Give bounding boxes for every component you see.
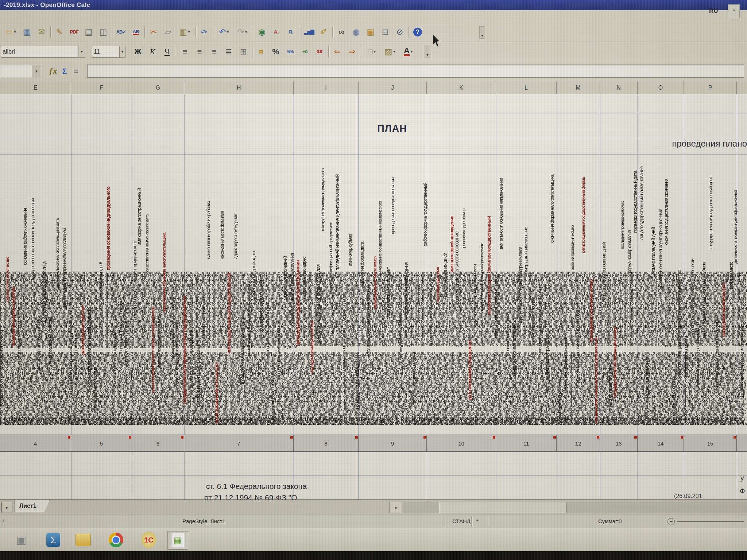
- new-document-icon[interactable]: ▭: [2, 25, 19, 39]
- column-header-H[interactable]: H: [184, 81, 294, 94]
- percent-icon[interactable]: %: [269, 44, 283, 59]
- standard-toolbar-more-icon[interactable]: ▾: [479, 26, 485, 39]
- currency-icon[interactable]: ¤: [254, 44, 268, 59]
- menu-tools[interactable]: [44, 15, 55, 17]
- add-decimal-icon[interactable]: +0: [298, 44, 312, 59]
- column-header-L[interactable]: L: [496, 81, 557, 94]
- horizontal-scrollbar[interactable]: [403, 502, 747, 513]
- underline-icon[interactable]: Ч: [160, 44, 174, 59]
- sort-ascending-icon[interactable]: А↓: [270, 25, 283, 39]
- undo-icon[interactable]: ↶: [215, 25, 233, 39]
- font-size-combo[interactable]: ▾: [92, 46, 125, 58]
- 1c-icon[interactable]: 1С: [139, 531, 159, 549]
- page-style-label[interactable]: PageStyle_Лист1: [182, 518, 225, 524]
- column-header-O[interactable]: O: [638, 81, 684, 94]
- standard-format-icon[interactable]: 5%: [283, 44, 297, 59]
- column-header-E[interactable]: E: [0, 81, 71, 94]
- vertical-header-text: проведения имя проведения: [277, 188, 281, 374]
- openoffice-calc-icon[interactable]: ▦: [167, 531, 188, 550]
- menu-edit[interactable]: [0, 15, 11, 17]
- format-paintbrush-icon[interactable]: ✑: [197, 25, 211, 39]
- edit-file-icon[interactable]: ✎: [53, 25, 66, 39]
- language-indicator[interactable]: RU: [709, 7, 718, 15]
- bold-icon[interactable]: Ж: [131, 44, 145, 59]
- menu-format[interactable]: [33, 15, 44, 17]
- zoom-icon[interactable]: ⊘: [393, 25, 407, 39]
- find-replace-icon[interactable]: ∞: [334, 25, 348, 39]
- page-preview-icon[interactable]: ◫: [96, 25, 110, 39]
- formatting-toolbar-more-icon[interactable]: ▾: [425, 46, 430, 58]
- column-header-P[interactable]: P: [684, 81, 737, 94]
- font-name-input[interactable]: [1, 48, 78, 55]
- font-size-dropdown-icon[interactable]: ▾: [119, 46, 125, 57]
- column-header-K[interactable]: K: [427, 81, 496, 94]
- file-explorer-icon[interactable]: [73, 531, 93, 549]
- align-left-icon[interactable]: ≡: [178, 44, 192, 59]
- column-header-M[interactable]: M: [557, 81, 600, 94]
- decrease-indent-icon[interactable]: ⇐: [330, 44, 344, 59]
- email-icon[interactable]: ✉: [35, 25, 49, 39]
- insert-mode-label[interactable]: СТАНД: [452, 518, 471, 524]
- hyperlink-icon[interactable]: ◉: [255, 25, 269, 39]
- column-header-I[interactable]: I: [294, 81, 359, 94]
- sheet-tab-list1[interactable]: Лист1: [15, 500, 50, 512]
- vertical-header-text: юридического индивидуального проведения: [246, 174, 251, 356]
- chrome-icon[interactable]: [106, 531, 126, 549]
- autospellcheck-icon[interactable]: АВ: [129, 25, 143, 39]
- cut-icon[interactable]: ✂: [147, 25, 160, 39]
- help-icon[interactable]: ?: [411, 25, 425, 39]
- italic-icon[interactable]: К: [146, 44, 159, 59]
- draw-functions-icon[interactable]: ✐: [317, 25, 330, 39]
- font-size-input[interactable]: [92, 48, 119, 55]
- menu-insert[interactable]: [22, 15, 33, 17]
- menu-view[interactable]: [11, 15, 22, 17]
- menu-window[interactable]: [66, 15, 77, 17]
- sheet-area[interactable]: ПЛАН проведения плано государственный на…: [0, 94, 747, 499]
- delete-decimal-icon[interactable]: 0✘: [313, 44, 326, 59]
- spellcheck-icon[interactable]: АВ✓: [114, 25, 128, 39]
- sum-status-label[interactable]: Сумма=0: [598, 518, 622, 524]
- column-header-F[interactable]: F: [71, 81, 132, 94]
- paste-icon[interactable]: ▥: [176, 25, 193, 39]
- tray-expand-icon[interactable]: ^: [728, 4, 740, 18]
- font-name-dropdown-icon[interactable]: ▾: [78, 46, 85, 57]
- sheet-nav-button[interactable]: ▸: [1, 502, 12, 513]
- save-icon[interactable]: ▦: [20, 25, 34, 39]
- navigator-icon[interactable]: ◍: [349, 25, 363, 39]
- align-right-icon[interactable]: ≡: [207, 44, 221, 59]
- align-justify-icon[interactable]: ≣: [222, 44, 236, 59]
- formula-input-line[interactable]: [87, 65, 744, 78]
- menu-help[interactable]: [77, 15, 88, 17]
- function-wizard-icon[interactable]: ƒx: [47, 65, 59, 77]
- system-utility-icon[interactable]: ▣: [11, 531, 31, 549]
- increase-indent-icon[interactable]: ⇒: [345, 44, 359, 59]
- zoom-out-icon[interactable]: −: [667, 518, 675, 525]
- export-pdf-icon[interactable]: PDF: [67, 25, 81, 39]
- formula-icon[interactable]: =: [70, 65, 82, 77]
- copy-icon[interactable]: ▱: [161, 25, 175, 39]
- merge-cells-icon[interactable]: ⊞: [236, 44, 250, 59]
- horizontal-scrollbar-thumb[interactable]: [439, 502, 567, 513]
- font-color-icon[interactable]: А: [399, 44, 417, 59]
- zoom-slider[interactable]: [677, 521, 744, 522]
- background-color-icon[interactable]: ▨: [381, 44, 399, 59]
- align-center-icon[interactable]: ≡: [193, 44, 206, 59]
- powershell-icon[interactable]: Σ: [43, 531, 63, 549]
- cell-reference-dropdown-icon[interactable]: ▾: [32, 65, 41, 77]
- font-name-combo[interactable]: ▾: [1, 46, 85, 58]
- data-sources-icon[interactable]: ⊟: [378, 25, 392, 39]
- hscroll-left-arrow-icon[interactable]: ◂: [390, 502, 401, 513]
- cell-reference-box[interactable]: [0, 65, 32, 77]
- sort-descending-icon[interactable]: Я↓: [284, 25, 298, 39]
- print-icon[interactable]: ▤: [82, 25, 96, 39]
- borders-icon[interactable]: □: [363, 44, 380, 59]
- column-header-N[interactable]: N: [600, 81, 638, 94]
- redo-icon[interactable]: ↷: [233, 25, 251, 39]
- sum-icon[interactable]: Σ: [59, 65, 70, 77]
- menu-data[interactable]: [55, 15, 66, 17]
- title-bar[interactable]: -2019.xlsx - OpenOffice Calc: [0, 0, 747, 10]
- gallery-icon[interactable]: ▣: [364, 25, 378, 39]
- column-header-G[interactable]: G: [132, 81, 184, 94]
- column-header-J[interactable]: J: [359, 81, 427, 94]
- insert-chart-icon[interactable]: ▂▅▇: [302, 25, 316, 39]
